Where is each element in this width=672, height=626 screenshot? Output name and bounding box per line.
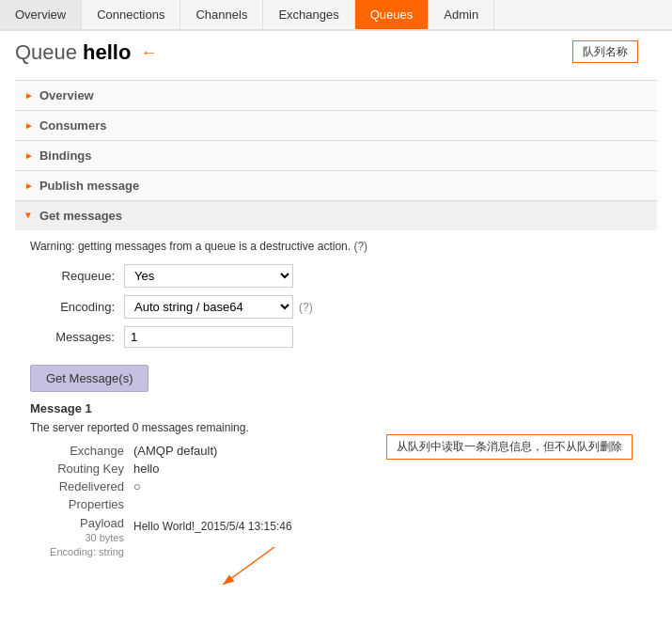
section-overview: ► Overview [15,80,657,110]
chevron-icon-get-messages: ► [23,211,34,221]
nav-channels[interactable]: Channels [180,0,263,29]
requeue-select[interactable]: Yes No [124,264,293,288]
svg-line-1 [223,547,274,585]
message-title: Message 1 [30,401,642,415]
chevron-icon-consumers: ► [24,120,34,131]
section-header-bindings[interactable]: ► Bindings [15,141,657,170]
section-header-overview[interactable]: ► Overview [15,81,657,110]
encoding-label: Encoding: [30,300,115,314]
messages-row: Messages: [30,326,642,348]
section-publish: ► Publish message [15,170,657,200]
queue-label: Queue [15,40,77,65]
section-label-bindings: Bindings [39,149,92,163]
properties-row: Properties [30,497,642,511]
section-header-publish[interactable]: ► Publish message [15,171,657,200]
chevron-icon-bindings: ► [24,150,34,161]
payload-label: Payload 30 bytes Encoding: string [30,515,133,558]
get-messages-content: Warning: getting messages from a queue i… [15,230,657,575]
nav-overview[interactable]: Overview [0,0,82,29]
exchange-value: (AMQP default) [133,444,217,458]
section-label-consumers: Consumers [39,118,107,133]
remaining-text: The server reported 0 messages remaining… [30,421,642,434]
section-label-publish: Publish message [39,179,139,193]
annotation-2-box: 从队列中读取一条消息信息，但不从队列删除 [386,434,633,460]
section-consumers: ► Consumers [15,110,657,140]
requeue-row: Requeue: Yes No [30,264,642,288]
callout-box: 队列名称 [572,40,638,63]
top-navigation: Overview Connections Channels Exchanges … [0,0,672,31]
section-get-messages: ► Get messages Warning: getting messages… [15,200,657,575]
arrow-annotation-svg [218,547,293,585]
section-bindings: ► Bindings [15,140,657,170]
requeue-label: Requeue: [30,269,115,283]
encoding-help-link[interactable]: (?) [299,301,313,314]
warning-help-link[interactable]: (?) [353,240,367,253]
get-messages-button[interactable]: Get Message(s) [30,365,148,392]
routing-key-row: Routing Key hello [30,462,642,476]
routing-key-label: Routing Key [30,462,133,476]
exchange-key: Exchange [30,444,133,458]
nav-exchanges[interactable]: Exchanges [263,0,354,29]
annotation-2: 从队列中读取一条消息信息，但不从队列删除 [386,434,633,460]
nav-admin[interactable]: Admin [429,0,494,29]
message-result: Message 1 The server reported 0 messages… [30,401,642,558]
arrow-left-icon: ← [140,43,157,63]
nav-connections[interactable]: Connections [82,0,180,29]
messages-input[interactable] [124,326,293,348]
nav-queues[interactable]: Queues [355,0,430,29]
routing-key-value: hello [133,462,159,476]
redelivered-value: ○ [133,479,141,493]
warning-text: Warning: getting messages from a queue i… [30,240,642,253]
chevron-icon-publish: ► [24,180,34,191]
properties-label: Properties [30,497,133,511]
encoding-row: Encoding: Auto string / base64 base64 (?… [30,295,642,319]
payload-area: Hello World!_2015/5/4 13:15:46 [133,519,292,533]
messages-label: Messages: [30,330,115,344]
section-label-get-messages: Get messages [39,209,122,223]
encoding-select[interactable]: Auto string / base64 base64 [124,295,293,319]
section-label-overview: Overview [39,88,94,102]
chevron-icon-overview: ► [24,90,34,101]
redelivered-row: Redelivered ○ [30,479,642,493]
payload-value: Hello World!_2015/5/4 13:15:46 [133,520,292,533]
section-header-get-messages[interactable]: ► Get messages [15,201,657,230]
queue-name: hello [83,40,131,65]
payload-row: Payload 30 bytes Encoding: string [30,515,642,558]
message-detail: 从队列中读取一条消息信息，但不从队列删除 Exchange (AMQP defa… [30,444,642,558]
callout-annotation: 队列名称 [572,37,638,61]
page-title: Queue hello ← 队列名称 [15,40,657,65]
section-header-consumers[interactable]: ► Consumers [15,111,657,140]
redelivered-label: Redelivered [30,479,133,493]
